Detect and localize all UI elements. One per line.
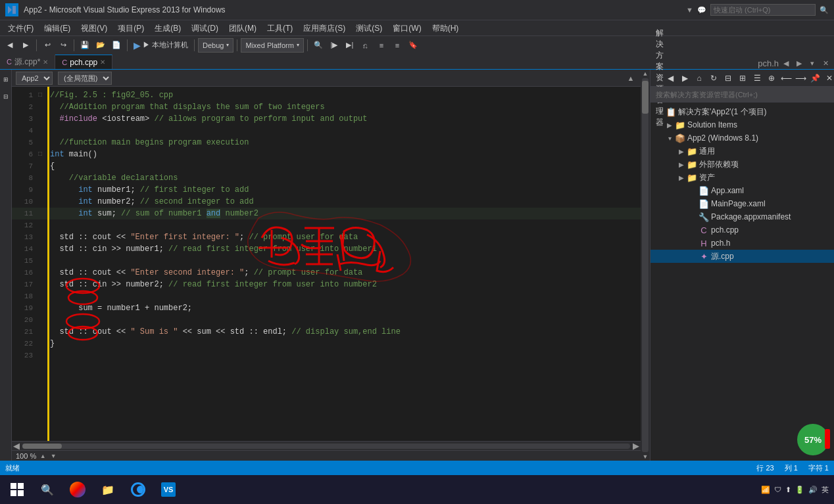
taskbar-edge[interactable]	[124, 476, 153, 503]
tab-source-cpp[interactable]: C 源.cpp* ✕	[0, 55, 55, 69]
scope-dropdown[interactable]: (全局范围)	[58, 72, 112, 85]
toolbar-back[interactable]: ◀	[3, 38, 17, 53]
taskbar-ball[interactable]	[63, 476, 92, 503]
menu-store[interactable]: 应用商店(S)	[298, 20, 351, 36]
h-scroll-track[interactable]	[22, 444, 630, 449]
menu-debug[interactable]: 调试(D)	[186, 20, 224, 36]
taskbar-files[interactable]: 📁	[93, 476, 122, 503]
app2-project-icon: 📦	[674, 133, 686, 143]
se-refresh[interactable]: ↻	[707, 72, 720, 85]
config-dropdown[interactable]: Debug ▾	[198, 38, 233, 53]
scroll-up-btn[interactable]: ▲	[641, 70, 649, 77]
code-line-6: 6 □ int main()	[12, 149, 641, 160]
toolbar-b1[interactable]: |▶	[327, 38, 341, 53]
taskbar-vs[interactable]: VS	[154, 476, 183, 503]
taskbar-search[interactable]: 🔍	[33, 476, 62, 503]
zoom-up-btn[interactable]: ▲	[39, 453, 47, 459]
scroll-right-btn[interactable]: ▶	[631, 441, 641, 451]
menu-edit[interactable]: 编辑(E)	[39, 20, 76, 36]
toolbar-b4[interactable]: ≡	[374, 38, 389, 53]
tab-pch-h[interactable]: pch.h	[758, 58, 779, 68]
toolbar-save[interactable]: 💾	[78, 38, 92, 53]
menu-file[interactable]: 文件(F)	[3, 20, 39, 36]
statusbar: 就绪 行 23 列 1 字符 1	[0, 461, 834, 475]
tree-appxmanifest[interactable]: 🔧 Package.appxmanifest	[650, 210, 834, 223]
tray-network: 英	[822, 485, 829, 495]
menu-test[interactable]: 测试(S)	[351, 20, 387, 36]
start-button[interactable]	[3, 476, 32, 503]
left-gutter-btn2[interactable]: ⊟	[0, 89, 13, 104]
file-dropdown[interactable]: App2	[16, 72, 53, 85]
tree-common[interactable]: ▶ 📁 通用	[650, 145, 834, 158]
v-scrollbar[interactable]: ▲ ▼	[641, 70, 650, 461]
se-preview[interactable]: ☰	[750, 72, 764, 85]
toolbar-open[interactable]: 📂	[93, 38, 108, 53]
run-button[interactable]: ▶ ▶ 本地计算机	[131, 38, 191, 53]
menu-team[interactable]: 团队(M)	[224, 20, 262, 36]
scroll-left-btn[interactable]: ◀	[12, 441, 21, 451]
ext-deps-label: 外部依赖项	[699, 159, 739, 170]
menu-window[interactable]: 窗口(W)	[387, 20, 426, 36]
toolbar-new[interactable]: 📄	[109, 38, 124, 53]
code-line-17: 17 std :: cin >> number2; // read first …	[12, 279, 641, 290]
tree-mainpage-xaml[interactable]: 📄 MainPage.xaml	[650, 197, 834, 210]
platform-dropdown[interactable]: Mixed Platform ▾	[241, 38, 303, 53]
tree-solution-items[interactable]: ▶ 📁 Solution Items	[650, 118, 834, 131]
app-title: App2 - Microsoft Visual Studio Express 2…	[24, 5, 686, 14]
zoom-down-btn[interactable]: ▼	[49, 453, 57, 459]
toolbar-b5[interactable]: ≡	[390, 38, 405, 53]
toolbar-forward[interactable]: ▶	[18, 38, 33, 53]
se-search-input[interactable]	[650, 87, 834, 103]
tree-app2-project[interactable]: ▾ 📦 App2 (Windows 8.1)	[650, 131, 834, 145]
scroll-down-btn[interactable]: ▼	[641, 453, 649, 460]
left-gutter-btn1[interactable]: ⊞	[0, 72, 13, 87]
app2-project-label: App2 (Windows 8.1)	[687, 133, 758, 143]
tree-assets[interactable]: ▶ 📁 资产	[650, 171, 834, 184]
code-line-8: 8 //variable declarations	[12, 172, 641, 184]
se-titlebar: 解决方案资源管理器 ◀ ▶ ⌂ ↻ ⊟ ⊞ ☰ ⊕ ⟵ ⟶ 📌 ✕	[650, 70, 834, 87]
menu-build[interactable]: 生成(B)	[149, 20, 186, 36]
tree-external-deps[interactable]: ▶ 📁 外部依赖项	[650, 158, 834, 171]
tree-source-cpp[interactable]: ✦ 源.cpp	[650, 250, 834, 263]
menu-help[interactable]: 帮助(H)	[427, 20, 464, 36]
tree-pch-cpp[interactable]: C pch.cpp	[650, 223, 834, 237]
tab-close-1[interactable]: ✕	[100, 58, 105, 66]
v-scroll-track[interactable]	[642, 78, 649, 452]
editor-scroll-up[interactable]: ▲	[625, 72, 637, 84]
se-filter[interactable]: ⊕	[765, 72, 778, 85]
toolbar-b6[interactable]: 🔖	[406, 38, 420, 53]
menu-project[interactable]: 项目(P)	[112, 20, 149, 36]
tab-dropdown[interactable]: ▾	[806, 57, 818, 69]
se-back[interactable]: ◀	[664, 72, 677, 85]
code-content[interactable]: 1 □ //Fig. 2.5 : fig02_05. cpp 2 //Addit…	[12, 87, 641, 441]
code-line-7: 7 {	[12, 160, 641, 172]
tree-solution-root[interactable]: ▾ 📋 解决方案'App2'(1 个项目)	[650, 105, 834, 118]
assets-label: 资产	[699, 172, 715, 183]
toolbar-redo[interactable]: ↪	[56, 38, 70, 53]
toolbar-b3[interactable]: ⎌	[358, 38, 373, 53]
se-home[interactable]: ⌂	[693, 72, 706, 85]
se-close[interactable]: ✕	[823, 72, 834, 85]
tab-scroll-right[interactable]: ▶	[793, 57, 805, 69]
tree-app-xaml[interactable]: 📄 App.xaml	[650, 184, 834, 197]
quick-launch-input[interactable]	[710, 4, 816, 16]
h-scrollbar[interactable]: ◀ ▶	[12, 441, 641, 450]
editor-header: App2 (全局范围) ▲	[12, 70, 641, 87]
tab-close-all[interactable]: ✕	[820, 57, 831, 69]
menu-tools[interactable]: 工具(T)	[262, 20, 298, 36]
zoom-level[interactable]: 100 %	[16, 452, 36, 460]
toolbar-undo[interactable]: ↩	[40, 38, 55, 53]
tab-scroll-left[interactable]: ◀	[780, 57, 792, 69]
tree-pch-h[interactable]: H pch.h	[650, 237, 834, 250]
se-pin[interactable]: 📌	[808, 72, 822, 85]
toolbar-find[interactable]: 🔍	[311, 38, 326, 53]
se-forward[interactable]: ▶	[678, 72, 691, 85]
se-collapse[interactable]: ⊟	[722, 72, 735, 85]
se-nav-right[interactable]: ⟶	[794, 72, 807, 85]
tab-pch-cpp[interactable]: C pch.cpp ✕	[55, 55, 112, 69]
se-props[interactable]: ⊞	[736, 72, 749, 85]
toolbar-b2[interactable]: ▶|	[343, 38, 357, 53]
tab-close-0[interactable]: ✕	[43, 58, 48, 66]
se-nav-left[interactable]: ⟵	[779, 72, 793, 85]
menu-view[interactable]: 视图(V)	[76, 20, 112, 36]
